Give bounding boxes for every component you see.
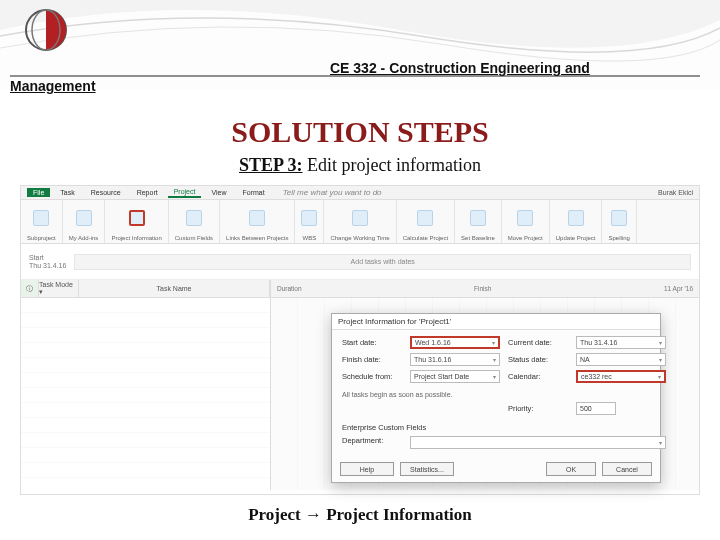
current-date-field[interactable]: Thu 31.4.16 xyxy=(576,336,666,349)
cancel-button[interactable]: Cancel xyxy=(602,462,652,476)
project-info-dialog: Project Information for 'Project1' Start… xyxy=(331,313,661,483)
tab-resource[interactable]: Resource xyxy=(85,188,127,197)
tab-task[interactable]: Task xyxy=(54,188,80,197)
timeline-bar[interactable]: Add tasks with dates xyxy=(74,254,691,270)
col-duration: Duration xyxy=(277,285,302,292)
ribbon-addins[interactable]: My Add-ins xyxy=(63,200,106,243)
step-text: Edit project information xyxy=(307,155,481,175)
department-label: Department: xyxy=(342,436,402,449)
col-info[interactable]: ⓘ xyxy=(21,280,39,297)
page-title: SOLUTION STEPS xyxy=(0,115,720,149)
dialog-note: All tasks begin as soon as possible. xyxy=(342,391,666,398)
ribbon-links[interactable]: Links Between Projects xyxy=(220,200,295,243)
ecf-heading: Enterprise Custom Fields xyxy=(342,423,666,432)
gantt-header: Duration Finish 11 Apr '16 xyxy=(271,280,699,298)
help-button[interactable]: Help xyxy=(340,462,394,476)
priority-label: Priority: xyxy=(508,404,533,413)
timeline: Start Thu 31.4.16 Add tasks with dates xyxy=(21,244,699,280)
schedule-from-field[interactable]: Project Start Date xyxy=(410,370,500,383)
status-date-field[interactable]: NA xyxy=(576,353,666,366)
header-decoration xyxy=(0,0,720,90)
step-label: STEP 3: xyxy=(239,155,303,175)
finish-date-field[interactable]: Thu 31.6.16 xyxy=(410,353,500,366)
course-label-line1: CE 332 - Construction Engineering and xyxy=(330,60,590,76)
header-swoosh xyxy=(0,0,720,90)
grid-rows[interactable] xyxy=(21,298,270,490)
step-title: STEP 3: Edit project information xyxy=(0,155,720,176)
tab-report[interactable]: Report xyxy=(131,188,164,197)
tab-file[interactable]: File xyxy=(27,188,50,197)
dialog-title: Project Information for 'Project1' xyxy=(332,314,660,330)
gantt-body[interactable]: Project Information for 'Project1' Start… xyxy=(271,298,699,490)
footer-instruction: Project → Project Information xyxy=(0,505,720,525)
ribbon-update[interactable]: Update Project xyxy=(550,200,603,243)
start-date-field[interactable]: Wed 1.6.16 xyxy=(410,336,500,349)
ribbon-wbs[interactable]: WBS xyxy=(295,200,324,243)
priority-field[interactable]: 500 xyxy=(576,402,616,415)
grid-area: ⓘ Task Mode ▾ Task Name Duration Finish … xyxy=(21,280,699,490)
statistics-button[interactable]: Statistics... xyxy=(400,462,454,476)
ribbon-tabs: File Task Resource Report Project View F… xyxy=(21,186,699,200)
ribbon-move[interactable]: Move Project xyxy=(502,200,550,243)
ribbon-project-info[interactable]: Project Information xyxy=(105,200,168,243)
task-grid: ⓘ Task Mode ▾ Task Name xyxy=(21,280,271,490)
timeline-start: Start Thu 31.4.16 xyxy=(29,254,66,269)
finish-date-label: Finish date: xyxy=(342,355,402,364)
col-finish: Finish xyxy=(474,285,491,292)
course-label-line2: Management xyxy=(10,78,96,94)
calendar-label: Calendar: xyxy=(508,372,568,381)
status-date-label: Status date: xyxy=(508,355,568,364)
ribbon-change-time[interactable]: Change Working Time xyxy=(324,200,396,243)
current-date-label: Current date: xyxy=(508,338,568,347)
calendar-field[interactable]: ce332 rec xyxy=(576,370,666,383)
tab-view[interactable]: View xyxy=(205,188,232,197)
tell-me[interactable]: Tell me what you want to do xyxy=(283,188,382,197)
col-name[interactable]: Task Name xyxy=(79,280,270,297)
tab-format[interactable]: Format xyxy=(237,188,271,197)
gantt: Duration Finish 11 Apr '16 Project Infor… xyxy=(271,280,699,490)
schedule-from-label: Schedule from: xyxy=(342,372,402,381)
msproject-window: File Task Resource Report Project View F… xyxy=(20,185,700,495)
metu-logo xyxy=(24,8,68,52)
ribbon-calc[interactable]: Calculate Project xyxy=(397,200,455,243)
ribbon-custom-fields[interactable]: Custom Fields xyxy=(169,200,220,243)
ribbon-subproject[interactable]: Subproject xyxy=(21,200,63,243)
user-label[interactable]: Burak Ekici xyxy=(658,189,693,196)
ribbon: Subproject My Add-ins Project Informatio… xyxy=(21,200,699,244)
department-field[interactable] xyxy=(410,436,666,449)
tab-project[interactable]: Project xyxy=(168,187,202,198)
timescale-date: 11 Apr '16 xyxy=(664,285,693,292)
start-date-label: Start date: xyxy=(342,338,402,347)
col-mode[interactable]: Task Mode ▾ xyxy=(39,280,79,297)
grid-header: ⓘ Task Mode ▾ Task Name xyxy=(21,280,270,298)
ribbon-baseline[interactable]: Set Baseline xyxy=(455,200,502,243)
ribbon-spelling[interactable]: Spelling xyxy=(602,200,636,243)
ok-button[interactable]: OK xyxy=(546,462,596,476)
